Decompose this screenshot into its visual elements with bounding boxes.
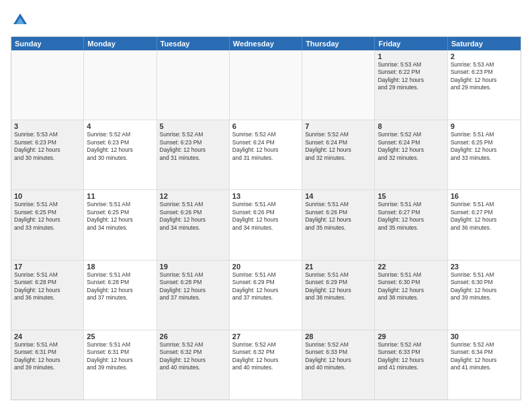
day-info: Sunrise: 5:51 AM Sunset: 6:31 PM Dayligh… <box>87 341 153 372</box>
calendar-cell-empty-3 <box>230 50 302 120</box>
day-number: 27 <box>232 332 299 340</box>
day-info: Sunrise: 5:52 AM Sunset: 6:23 PM Dayligh… <box>160 131 226 162</box>
calendar-cell-23: 23Sunrise: 5:51 AM Sunset: 6:30 PM Dayli… <box>448 261 521 330</box>
calendar-cell-5: 5Sunrise: 5:52 AM Sunset: 6:23 PM Daylig… <box>157 120 230 189</box>
day-number: 20 <box>232 263 299 271</box>
day-info: Sunrise: 5:52 AM Sunset: 6:32 PM Dayligh… <box>232 341 299 372</box>
day-info: Sunrise: 5:52 AM Sunset: 6:34 PM Dayligh… <box>451 341 518 372</box>
day-info: Sunrise: 5:51 AM Sunset: 6:31 PM Dayligh… <box>14 341 81 372</box>
day-number: 16 <box>451 192 518 200</box>
calendar-cell-13: 13Sunrise: 5:51 AM Sunset: 6:26 PM Dayli… <box>230 190 302 259</box>
day-number: 7 <box>305 122 371 130</box>
calendar-cell-19: 19Sunrise: 5:51 AM Sunset: 6:28 PM Dayli… <box>157 261 230 330</box>
day-info: Sunrise: 5:52 AM Sunset: 6:24 PM Dayligh… <box>305 131 371 162</box>
weekday-header-saturday: Saturday <box>448 37 521 50</box>
calendar-cell-26: 26Sunrise: 5:52 AM Sunset: 6:32 PM Dayli… <box>157 330 230 400</box>
day-info: Sunrise: 5:51 AM Sunset: 6:27 PM Dayligh… <box>378 201 444 232</box>
day-info: Sunrise: 5:51 AM Sunset: 6:26 PM Dayligh… <box>305 201 371 232</box>
day-info: Sunrise: 5:51 AM Sunset: 6:30 PM Dayligh… <box>378 271 444 302</box>
calendar-week-1: 1Sunrise: 5:53 AM Sunset: 6:22 PM Daylig… <box>11 50 521 120</box>
day-info: Sunrise: 5:52 AM Sunset: 6:33 PM Dayligh… <box>305 341 371 372</box>
day-number: 28 <box>305 332 371 340</box>
day-info: Sunrise: 5:51 AM Sunset: 6:28 PM Dayligh… <box>160 271 226 302</box>
day-number: 17 <box>14 263 81 271</box>
calendar-cell-30: 30Sunrise: 5:52 AM Sunset: 6:34 PM Dayli… <box>448 330 521 400</box>
calendar-cell-6: 6Sunrise: 5:52 AM Sunset: 6:24 PM Daylig… <box>230 120 302 189</box>
day-number: 3 <box>14 122 81 130</box>
weekday-header-sunday: Sunday <box>11 37 84 50</box>
day-number: 21 <box>305 263 371 271</box>
day-info: Sunrise: 5:53 AM Sunset: 6:22 PM Dayligh… <box>378 61 444 92</box>
calendar-cell-17: 17Sunrise: 5:51 AM Sunset: 6:28 PM Dayli… <box>11 261 84 330</box>
day-number: 23 <box>451 263 518 271</box>
weekday-header-friday: Friday <box>375 37 447 50</box>
day-number: 18 <box>87 263 153 271</box>
day-info: Sunrise: 5:52 AM Sunset: 6:33 PM Dayligh… <box>378 341 444 372</box>
day-info: Sunrise: 5:51 AM Sunset: 6:25 PM Dayligh… <box>14 201 81 232</box>
calendar-cell-27: 27Sunrise: 5:52 AM Sunset: 6:32 PM Dayli… <box>230 330 302 400</box>
day-info: Sunrise: 5:51 AM Sunset: 6:26 PM Dayligh… <box>232 201 299 232</box>
day-number: 13 <box>232 192 299 200</box>
day-number: 15 <box>378 192 444 200</box>
day-info: Sunrise: 5:52 AM Sunset: 6:32 PM Dayligh… <box>160 341 226 372</box>
calendar-cell-3: 3Sunrise: 5:53 AM Sunset: 6:23 PM Daylig… <box>11 120 84 189</box>
day-info: Sunrise: 5:51 AM Sunset: 6:27 PM Dayligh… <box>451 201 518 232</box>
calendar-cell-16: 16Sunrise: 5:51 AM Sunset: 6:27 PM Dayli… <box>448 190 521 259</box>
day-number: 24 <box>14 332 81 340</box>
calendar-week-4: 17Sunrise: 5:51 AM Sunset: 6:28 PM Dayli… <box>11 261 521 330</box>
calendar-cell-2: 2Sunrise: 5:53 AM Sunset: 6:23 PM Daylig… <box>448 50 521 120</box>
calendar-cell-15: 15Sunrise: 5:51 AM Sunset: 6:27 PM Dayli… <box>375 190 447 259</box>
calendar-cell-7: 7Sunrise: 5:52 AM Sunset: 6:24 PM Daylig… <box>302 120 375 189</box>
day-info: Sunrise: 5:51 AM Sunset: 6:28 PM Dayligh… <box>87 271 153 302</box>
weekday-header-thursday: Thursday <box>302 37 375 50</box>
calendar-cell-11: 11Sunrise: 5:51 AM Sunset: 6:25 PM Dayli… <box>84 190 157 259</box>
calendar-cell-18: 18Sunrise: 5:51 AM Sunset: 6:28 PM Dayli… <box>84 261 157 330</box>
calendar-body: 1Sunrise: 5:53 AM Sunset: 6:22 PM Daylig… <box>11 50 521 400</box>
weekday-header-monday: Monday <box>84 37 157 50</box>
day-info: Sunrise: 5:51 AM Sunset: 6:29 PM Dayligh… <box>232 271 299 302</box>
calendar-cell-1: 1Sunrise: 5:53 AM Sunset: 6:22 PM Daylig… <box>375 50 447 120</box>
day-number: 12 <box>160 192 226 200</box>
day-info: Sunrise: 5:51 AM Sunset: 6:28 PM Dayligh… <box>14 271 81 302</box>
calendar-cell-22: 22Sunrise: 5:51 AM Sunset: 6:30 PM Dayli… <box>375 261 447 330</box>
calendar-header: SundayMondayTuesdayWednesdayThursdayFrid… <box>11 37 521 50</box>
calendar-week-3: 10Sunrise: 5:51 AM Sunset: 6:25 PM Dayli… <box>11 190 521 260</box>
calendar-cell-empty-0 <box>11 50 84 120</box>
day-number: 10 <box>14 192 81 200</box>
day-number: 4 <box>87 122 153 130</box>
page: SundayMondayTuesdayWednesdayThursdayFrid… <box>0 0 532 411</box>
day-number: 25 <box>87 332 153 340</box>
calendar-cell-8: 8Sunrise: 5:52 AM Sunset: 6:24 PM Daylig… <box>375 120 447 189</box>
calendar-cell-29: 29Sunrise: 5:52 AM Sunset: 6:33 PM Dayli… <box>375 330 447 400</box>
logo <box>11 11 32 30</box>
day-info: Sunrise: 5:51 AM Sunset: 6:25 PM Dayligh… <box>87 201 153 232</box>
calendar-cell-20: 20Sunrise: 5:51 AM Sunset: 6:29 PM Dayli… <box>230 261 302 330</box>
day-number: 26 <box>160 332 226 340</box>
calendar: SundayMondayTuesdayWednesdayThursdayFrid… <box>11 36 521 400</box>
calendar-week-5: 24Sunrise: 5:51 AM Sunset: 6:31 PM Dayli… <box>11 330 521 400</box>
header <box>11 11 521 30</box>
day-number: 5 <box>160 122 226 130</box>
day-number: 14 <box>305 192 371 200</box>
calendar-cell-14: 14Sunrise: 5:51 AM Sunset: 6:26 PM Dayli… <box>302 190 375 259</box>
calendar-cell-10: 10Sunrise: 5:51 AM Sunset: 6:25 PM Dayli… <box>11 190 84 259</box>
calendar-cell-4: 4Sunrise: 5:52 AM Sunset: 6:23 PM Daylig… <box>84 120 157 189</box>
calendar-cell-empty-1 <box>84 50 157 120</box>
day-number: 9 <box>451 122 518 130</box>
weekday-header-wednesday: Wednesday <box>230 37 302 50</box>
day-number: 29 <box>378 332 444 340</box>
day-info: Sunrise: 5:53 AM Sunset: 6:23 PM Dayligh… <box>14 131 81 162</box>
day-info: Sunrise: 5:52 AM Sunset: 6:24 PM Dayligh… <box>232 131 299 162</box>
calendar-cell-24: 24Sunrise: 5:51 AM Sunset: 6:31 PM Dayli… <box>11 330 84 400</box>
day-number: 6 <box>232 122 299 130</box>
day-number: 30 <box>451 332 518 340</box>
day-number: 22 <box>378 263 444 271</box>
calendar-cell-9: 9Sunrise: 5:51 AM Sunset: 6:25 PM Daylig… <box>448 120 521 189</box>
day-info: Sunrise: 5:51 AM Sunset: 6:26 PM Dayligh… <box>160 201 226 232</box>
day-info: Sunrise: 5:53 AM Sunset: 6:23 PM Dayligh… <box>451 61 518 92</box>
day-number: 8 <box>378 122 444 130</box>
day-info: Sunrise: 5:51 AM Sunset: 6:30 PM Dayligh… <box>451 271 518 302</box>
calendar-cell-25: 25Sunrise: 5:51 AM Sunset: 6:31 PM Dayli… <box>84 330 157 400</box>
day-number: 2 <box>451 52 518 60</box>
day-info: Sunrise: 5:51 AM Sunset: 6:25 PM Dayligh… <box>451 131 518 162</box>
